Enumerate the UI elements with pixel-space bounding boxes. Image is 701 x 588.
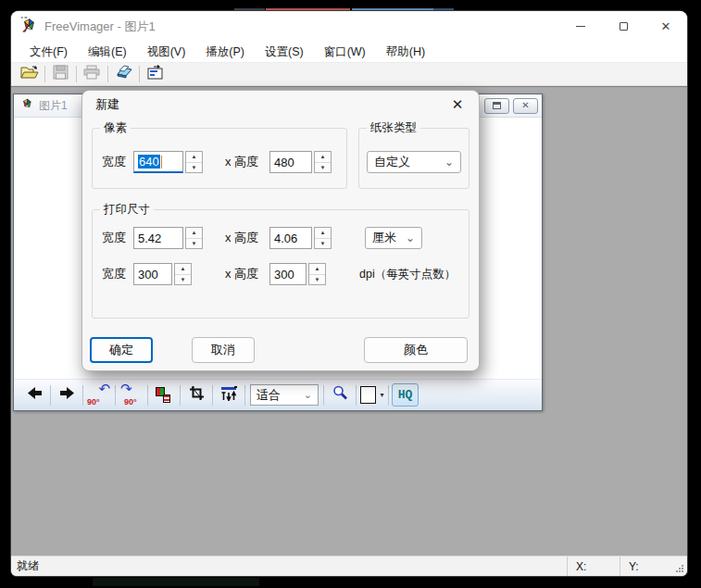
spin-down-icon[interactable]: ▼: [186, 239, 202, 249]
pixel-width-input[interactable]: 640: [133, 151, 183, 173]
print-height-label: x 高度: [225, 230, 269, 246]
print-width-input[interactable]: 5.42: [133, 227, 183, 249]
spin-down-icon[interactable]: ▼: [315, 163, 331, 173]
background-artifact: [93, 578, 259, 586]
next-image-button[interactable]: [54, 383, 80, 407]
spin-up-icon[interactable]: ▲: [315, 228, 331, 239]
minimize-button[interactable]: [559, 11, 602, 42]
high-quality-toggle[interactable]: HQ: [392, 383, 419, 407]
rotate-right-button[interactable]: ↷ 90°: [119, 383, 144, 407]
print-width-stepper[interactable]: ▲ ▼: [185, 227, 203, 249]
spin-up-icon[interactable]: ▲: [186, 228, 202, 239]
print-height-input[interactable]: 4.06: [269, 227, 312, 249]
caret-down-icon: ▾: [380, 391, 383, 399]
frame-style-button[interactable]: ▾: [359, 383, 385, 407]
frame-icon: [360, 386, 376, 404]
screen-capture-button[interactable]: [143, 64, 168, 85]
toolbar-separator: [147, 385, 148, 406]
spin-down-icon[interactable]: ▼: [309, 275, 325, 285]
dpi-width-input[interactable]: 300: [133, 263, 172, 285]
previous-image-button[interactable]: [21, 383, 47, 407]
pixel-width-label: 宽度: [102, 154, 133, 170]
crop-button[interactable]: [183, 383, 209, 407]
child-window-title: 图片1: [39, 98, 68, 114]
cancel-button[interactable]: 取消: [192, 337, 255, 363]
spin-down-icon[interactable]: ▼: [315, 239, 331, 249]
toolbar-separator: [139, 66, 140, 82]
maximize-icon: [620, 22, 628, 31]
rotate-left-button[interactable]: ↶ 90°: [86, 383, 112, 407]
paper-type-label: 纸张类型: [367, 120, 420, 136]
toolbar-separator: [44, 66, 45, 82]
chevron-down-icon: ⌄: [304, 393, 312, 396]
spin-up-icon[interactable]: ▲: [186, 152, 202, 163]
unit-combobox[interactable]: 厘米 ⌄: [365, 227, 422, 249]
main-toolbar: [11, 62, 687, 86]
color-adjust-button[interactable]: [151, 383, 177, 407]
menu-settings[interactable]: 设置(S): [255, 44, 314, 60]
pixel-height-value: 480: [274, 156, 294, 169]
pixel-height-stepper[interactable]: ▲ ▼: [314, 151, 332, 173]
child-restore-button[interactable]: [484, 98, 509, 114]
rotate-left-icon: ↶ 90°: [87, 384, 111, 407]
spin-up-icon[interactable]: ▲: [315, 152, 331, 163]
pixel-height-input[interactable]: 480: [269, 151, 312, 173]
status-text: 就绪: [17, 558, 39, 574]
toolbar-separator: [356, 385, 357, 406]
chevron-down-icon: ⌄: [444, 160, 454, 165]
spin-down-icon[interactable]: ▼: [186, 163, 202, 173]
menu-view[interactable]: 视图(V): [137, 44, 196, 60]
pixels-groupbox: 像素 宽度 640 ▲ ▼: [92, 128, 347, 189]
statusbar: 就绪 X: Y:: [11, 556, 687, 576]
menu-window[interactable]: 窗口(W): [314, 44, 376, 60]
paper-type-combobox[interactable]: 自定义 ⌄: [367, 151, 461, 173]
zoom-mode-combobox[interactable]: 适合 ⌄: [250, 384, 319, 406]
print-height-stepper[interactable]: ▲ ▼: [314, 227, 332, 249]
close-icon: ✕: [521, 101, 529, 110]
child-close-button[interactable]: ✕: [513, 98, 538, 114]
dialog-titlebar: 新建 ✕: [82, 91, 479, 119]
menubar: 文件(F) 编辑(E) 视图(V) 播放(P) 设置(S) 窗口(W) 帮助(H…: [11, 42, 687, 62]
forward-arrow-icon: [59, 386, 75, 404]
toolbar-separator: [50, 385, 51, 406]
zoom-button[interactable]: [327, 383, 353, 407]
close-button[interactable]: ✕: [645, 11, 687, 42]
dpi-height-label: x 高度: [225, 266, 269, 282]
print-height-value: 4.06: [274, 231, 297, 245]
scan-button[interactable]: [111, 64, 136, 85]
ok-button[interactable]: 确定: [90, 337, 153, 363]
save-button[interactable]: [48, 64, 73, 85]
dpi-width-stepper[interactable]: ▲ ▼: [174, 263, 192, 285]
dpi-height-stepper[interactable]: ▲ ▼: [308, 263, 326, 285]
levels-button[interactable]: [216, 383, 242, 407]
spin-down-icon[interactable]: ▼: [175, 275, 191, 285]
menu-play[interactable]: 播放(P): [195, 44, 255, 60]
color-adjust-icon: [156, 387, 172, 404]
color-button[interactable]: 颜色: [364, 337, 468, 363]
menu-file[interactable]: 文件(F): [19, 44, 78, 60]
print-icon: [83, 65, 101, 83]
open-file-button[interactable]: [17, 64, 42, 85]
chevron-down-icon: ⌄: [406, 236, 415, 241]
resize-grip[interactable]: [672, 557, 687, 576]
pixel-width-stepper[interactable]: ▲ ▼: [185, 151, 203, 173]
save-icon: [53, 65, 69, 83]
dpi-height-value: 300: [274, 268, 294, 281]
menu-help[interactable]: 帮助(H): [376, 44, 435, 60]
toolbar-separator: [82, 385, 83, 406]
dpi-height-input[interactable]: 300: [269, 263, 307, 285]
dialog-close-button[interactable]: ✕: [447, 96, 468, 113]
maximize-button[interactable]: [602, 11, 645, 42]
print-width-label: 宽度: [102, 230, 133, 246]
menu-edit[interactable]: 编辑(E): [78, 44, 137, 60]
text-caret: [161, 156, 162, 169]
image-toolbar: ↶ 90° ↷ 90°: [14, 379, 542, 410]
toolbar-separator: [388, 385, 389, 406]
cursor-x-pane: X:: [567, 557, 620, 576]
spin-up-icon[interactable]: ▲: [309, 264, 325, 275]
toolbar-separator: [323, 385, 324, 406]
print-button[interactable]: [80, 64, 105, 85]
mdi-area: 图片1 ✕: [11, 86, 687, 556]
pixel-width-value: 640: [138, 155, 160, 169]
spin-up-icon[interactable]: ▲: [175, 264, 191, 275]
